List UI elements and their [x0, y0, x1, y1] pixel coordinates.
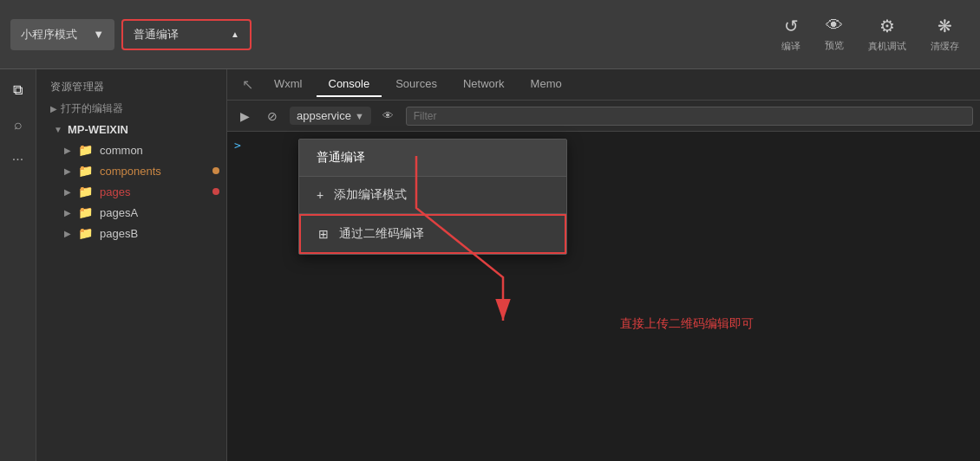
compile-btn-label: 编译: [781, 40, 800, 53]
open-editors-label: 打开的编辑器: [61, 101, 123, 116]
common-label: common: [100, 144, 219, 157]
filter-input[interactable]: [406, 107, 973, 126]
tab-sources[interactable]: Sources: [383, 72, 449, 97]
appservice-select[interactable]: appservice ▼: [290, 107, 371, 125]
preview-btn-label: 预览: [825, 39, 844, 52]
appservice-label: appservice: [297, 109, 351, 122]
mp-weixin-parent[interactable]: ▼ MP-WEIXIN: [36, 120, 226, 140]
pagesB-folder-icon: 📁: [78, 226, 93, 240]
tab-console[interactable]: Console: [317, 72, 382, 97]
components-chevron: ▶: [64, 166, 71, 176]
open-editors-section[interactable]: ▶ 打开的编辑器: [36, 98, 226, 120]
more-icon: ···: [12, 152, 23, 167]
explorer-header: 资源管理器: [36, 76, 226, 98]
qrcode-icon: ⊞: [318, 227, 329, 241]
dropdown-item-add[interactable]: + 添加编译模式: [299, 177, 566, 213]
compile-icon: ↺: [784, 16, 799, 36]
toolbar-actions: ↺ 编译 👁 预览 ⚙ 真机调试 ❋ 清缓存: [771, 9, 970, 60]
pages-chevron: ▶: [64, 187, 71, 197]
pages-label: pages: [100, 185, 206, 198]
mode-select[interactable]: 小程序模式 ▼: [10, 19, 114, 50]
explorer-label: 资源管理器: [50, 80, 105, 94]
realdevice-btn-label: 真机调试: [868, 40, 906, 53]
block-icon: ⊘: [267, 109, 278, 123]
dropdown-item-qrcode[interactable]: ⊞ 通过二维码编译: [299, 214, 566, 254]
pagesA-chevron: ▶: [64, 208, 71, 218]
tree-item-pagesA[interactable]: ▶ 📁 pagesA: [36, 202, 226, 223]
tree-item-pages[interactable]: ▶ 📁 pages: [36, 181, 226, 202]
realdevice-button[interactable]: ⚙ 真机调试: [858, 9, 917, 60]
pagesB-chevron: ▶: [64, 229, 71, 238]
mp-chevron: ▼: [54, 125, 62, 134]
tree-item-pagesB[interactable]: ▶ 📁 pagesB: [36, 223, 226, 243]
add-icon: +: [317, 188, 323, 202]
components-folder-icon: 📁: [78, 164, 93, 178]
pagesA-label: pagesA: [100, 206, 219, 219]
dropdown-item3-label: 通过二维码编译: [339, 226, 424, 242]
dropdown-item-normal[interactable]: 普通编译: [299, 140, 566, 176]
mp-label: MP-WEIXIN: [68, 123, 128, 136]
eye-icon: 👁: [382, 109, 394, 122]
clearcache-btn-label: 清缓存: [931, 40, 959, 53]
realdevice-icon: ⚙: [879, 16, 895, 36]
common-folder-icon: 📁: [78, 143, 93, 157]
tree-item-components[interactable]: ▶ 📁 components: [36, 160, 226, 181]
search-icon: ⌕: [14, 117, 23, 133]
compile-select[interactable]: 普通编译 ▲: [121, 19, 252, 50]
clearcache-icon: ❋: [938, 16, 952, 36]
mode-chevron: ▼: [93, 28, 104, 41]
compile-dropdown: 普通编译 + 添加编译模式 ⊞ 通过二维码编译: [298, 139, 567, 255]
common-chevron: ▶: [64, 146, 71, 155]
run-icon: ▶: [240, 109, 250, 123]
clearcache-button[interactable]: ❋ 清缓存: [920, 9, 970, 60]
dropdown-item1-label: 普通编译: [317, 150, 365, 166]
pages-folder-icon: 📁: [78, 185, 93, 198]
dropdown-item2-label: 添加编译模式: [334, 187, 407, 203]
file-tree-panel: 资源管理器 ▶ 打开的编辑器 ▼ MP-WEIXIN ▶ 📁 common ▶ …: [36, 69, 227, 461]
compile-label: 普通编译: [134, 27, 179, 42]
compile-button[interactable]: ↺ 编译: [771, 9, 811, 60]
top-toolbar: 小程序模式 ▼ 普通编译 ▲ ↺ 编译 👁 预览 ⚙ 真机调试 ❋ 清缓存: [0, 0, 980, 69]
tab-memory[interactable]: Memo: [519, 72, 574, 97]
block-button[interactable]: ⊘: [262, 106, 283, 127]
devtools-pointer-btn[interactable]: ↖: [234, 72, 260, 98]
components-label: components: [100, 165, 206, 178]
pages-dot: [212, 188, 219, 195]
preview-icon: 👁: [826, 16, 843, 36]
console-toolbar: ▶ ⊘ appservice ▼ 👁: [227, 101, 980, 132]
run-button[interactable]: ▶: [234, 106, 255, 127]
pagesA-folder-icon: 📁: [78, 205, 93, 219]
files-icon: ⧉: [13, 82, 23, 98]
main-layout: ⧉ ⌕ ··· 资源管理器 ▶ 打开的编辑器 ▼ MP-WEIXIN ▶ 📁 c…: [0, 69, 980, 461]
pagesB-label: pagesB: [100, 227, 219, 240]
tab-network[interactable]: Network: [451, 72, 517, 97]
tab-wxml[interactable]: Wxml: [262, 72, 315, 97]
appservice-chevron: ▼: [355, 111, 364, 121]
eye-button[interactable]: 👁: [378, 106, 399, 127]
compile-select-wrapper: 普通编译 ▲: [121, 19, 252, 50]
open-editors-chevron: ▶: [50, 104, 57, 114]
components-dot: [212, 167, 219, 174]
mode-label: 小程序模式: [21, 27, 77, 42]
sidebar-icon-files[interactable]: ⧉: [4, 76, 32, 104]
console-prompt: >: [234, 139, 241, 152]
compile-chevron: ▲: [231, 29, 239, 39]
pointer-icon: ↖: [242, 76, 253, 93]
preview-button[interactable]: 👁 预览: [814, 9, 854, 59]
devtools-tab-bar: ↖ Wxml Console Sources Network Memo: [227, 69, 980, 101]
left-sidebar: ⧉ ⌕ ···: [0, 69, 36, 461]
tree-item-common[interactable]: ▶ 📁 common: [36, 140, 226, 160]
devtools-panel: ↖ Wxml Console Sources Network Memo ▶: [227, 69, 980, 461]
sidebar-icon-search[interactable]: ⌕: [4, 111, 32, 139]
sidebar-icon-more[interactable]: ···: [4, 146, 32, 173]
